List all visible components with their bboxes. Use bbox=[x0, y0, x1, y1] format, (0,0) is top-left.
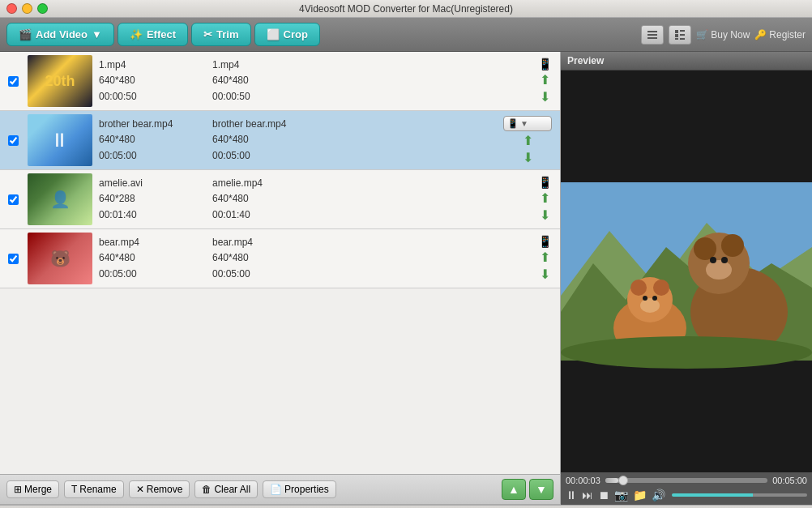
svg-rect-6 bbox=[680, 34, 685, 36]
row-2-input-res: 640*480 bbox=[99, 132, 196, 147]
svg-rect-5 bbox=[675, 34, 678, 37]
list-icon bbox=[646, 28, 659, 41]
row-3-up-icon[interactable]: ⬆ bbox=[540, 190, 550, 206]
trim-button[interactable]: ✂ Trim bbox=[191, 23, 250, 46]
step-forward-button[interactable]: ⏭ bbox=[582, 489, 593, 502]
row-2-checkbox[interactable] bbox=[5, 135, 21, 146]
close-button[interactable] bbox=[6, 3, 17, 14]
main-toolbar: 🎬 Add Video ▼ ✨ Effect ✂ Trim ⬜ Crop bbox=[0, 18, 812, 52]
volume-icon[interactable]: 🔊 bbox=[652, 489, 665, 502]
row-4-input-info: bear.mp4 640*480 00:05:00 bbox=[99, 235, 196, 282]
row-1-actions: 📱 ⬆ ⬇ bbox=[538, 58, 552, 105]
rename-button[interactable]: T Rename bbox=[64, 480, 124, 498]
row-4-up-icon[interactable]: ⬆ bbox=[540, 250, 550, 265]
person-icon: 👤 bbox=[50, 190, 71, 209]
row-3-input-name: amelie.avi bbox=[99, 176, 196, 191]
progress-track[interactable] bbox=[605, 478, 767, 483]
move-down-button[interactable]: ▼ bbox=[529, 479, 553, 500]
row-3-info: amelie.avi 640*288 00:01:40 amelie.mp4 6… bbox=[99, 176, 538, 223]
row-1-file-icons: ⬆ ⬇ bbox=[540, 72, 550, 105]
stop-button[interactable]: ⏹ bbox=[598, 489, 609, 502]
svg-point-15 bbox=[721, 234, 744, 257]
svg-point-18 bbox=[721, 257, 728, 263]
chevron-down-icon: ▼ bbox=[520, 119, 528, 128]
row-1-checkbox[interactable] bbox=[5, 76, 21, 87]
row-1-device-icon: 📱 bbox=[538, 58, 552, 70]
row-3-output-info: amelie.mp4 640*480 00:01:40 bbox=[212, 176, 310, 223]
row-1-info: 1.mp4 640*480 00:00:50 1.mp4 640*480 00:… bbox=[99, 58, 538, 105]
row-3-checkbox[interactable] bbox=[5, 194, 21, 205]
rename-icon: T bbox=[71, 484, 77, 495]
row-4-device-icon: 📱 bbox=[538, 235, 552, 248]
snapshot-button[interactable]: 📷 bbox=[614, 489, 628, 502]
row-4-input-res: 640*480 bbox=[99, 250, 196, 266]
window-controls[interactable] bbox=[6, 3, 48, 14]
row-2-device-icon: 📱 bbox=[507, 118, 519, 129]
list-view-button[interactable] bbox=[641, 25, 664, 45]
detail-view-button[interactable] bbox=[669, 25, 691, 45]
detail-icon bbox=[673, 28, 686, 41]
row-2-output-dur: 00:05:00 bbox=[212, 148, 310, 164]
pause-button[interactable]: ⏸ bbox=[566, 489, 577, 502]
pause-icon: ⏸ bbox=[50, 129, 70, 152]
minimize-button[interactable] bbox=[22, 3, 32, 14]
register-icon: 🔑 bbox=[754, 29, 767, 41]
row-2-output-select[interactable]: 📱 ▼ bbox=[503, 116, 552, 131]
svg-point-17 bbox=[710, 257, 716, 263]
add-video-button[interactable]: 🎬 Add Video ▼ bbox=[6, 23, 114, 46]
remove-button[interactable]: ✕ Remove bbox=[129, 480, 190, 498]
table-row[interactable]: 🐻 bear.mp4 640*480 00:05:00 bear.mp4 640… bbox=[0, 229, 560, 288]
row-2-output-res: 640*480 bbox=[212, 132, 310, 147]
toolbar-right: 🛒 Buy Now 🔑 Register bbox=[641, 25, 806, 45]
svg-point-16 bbox=[706, 260, 732, 280]
row-2-file-icons: ⬆ ⬇ bbox=[523, 133, 533, 165]
row-4-checkbox[interactable] bbox=[5, 254, 21, 264]
volume-slider[interactable] bbox=[672, 493, 807, 497]
table-row[interactable]: 👤 amelie.avi 640*288 00:01:40 amelie.mp4… bbox=[0, 170, 560, 229]
main-area: 20th 1.mp4 640*480 00:00:50 1.mp4 640*48… bbox=[0, 52, 812, 505]
row-1-up-icon[interactable]: ⬆ bbox=[540, 72, 550, 88]
row-3-file-icons: ⬆ ⬇ bbox=[540, 190, 550, 223]
table-row[interactable]: 20th 1.mp4 640*480 00:00:50 1.mp4 640*48… bbox=[0, 52, 560, 111]
table-row[interactable]: ⏸ brother bear.mp4 640*480 00:05:00 brot… bbox=[0, 111, 560, 170]
svg-point-22 bbox=[653, 280, 669, 296]
video-frame bbox=[561, 70, 812, 472]
file-bottom-toolbar: ⊞ Merge T Rename ✕ Remove 🗑 Clear All 📄 … bbox=[0, 474, 560, 505]
svg-rect-7 bbox=[675, 38, 678, 40]
title-bar: 4Videosoft MOD Converter for Mac(Unregis… bbox=[0, 0, 812, 18]
row-2-up-icon[interactable]: ⬆ bbox=[523, 133, 533, 148]
row-1-output-name: 1.mp4 bbox=[212, 58, 310, 73]
properties-button[interactable]: 📄 Properties bbox=[263, 480, 336, 498]
clear-all-button[interactable]: 🗑 Clear All bbox=[194, 480, 258, 498]
merge-icon: ⊞ bbox=[14, 484, 22, 495]
row-1-output-dur: 00:00:50 bbox=[212, 89, 310, 105]
row-4-down-icon[interactable]: ⬇ bbox=[540, 267, 550, 282]
row-1-down-icon[interactable]: ⬇ bbox=[540, 89, 550, 105]
row-3-output-name: amelie.mp4 bbox=[212, 176, 310, 191]
row-2-down-icon[interactable]: ⬇ bbox=[523, 150, 533, 165]
merge-button[interactable]: ⊞ Merge bbox=[6, 480, 59, 498]
row-3-output-dur: 00:01:40 bbox=[212, 207, 310, 223]
progress-thumb[interactable] bbox=[618, 476, 628, 485]
row-3-input-res: 640*288 bbox=[99, 191, 196, 207]
move-up-button[interactable]: ▲ bbox=[502, 479, 526, 500]
row-4-input-dur: 00:05:00 bbox=[99, 267, 196, 282]
open-folder-preview-button[interactable]: 📁 bbox=[633, 489, 647, 502]
app-title: 4Videosoft MOD Converter for Mac(Unregis… bbox=[299, 3, 513, 15]
row-1-input-dur: 00:00:50 bbox=[99, 89, 196, 105]
row-1-input-res: 640*480 bbox=[99, 73, 196, 88]
register-button[interactable]: 🔑 Register bbox=[754, 29, 806, 41]
file-table: 20th 1.mp4 640*480 00:00:50 1.mp4 640*48… bbox=[0, 52, 560, 474]
preview-controls: 00:00:03 00:05:00 ⏸ ⏭ ⏹ 📷 📁 🔊 bbox=[561, 472, 812, 505]
row-1-input-info: 1.mp4 640*480 00:00:50 bbox=[99, 58, 196, 105]
crop-button[interactable]: ⬜ Crop bbox=[254, 23, 320, 46]
svg-rect-4 bbox=[680, 30, 685, 32]
time-bar: 00:00:03 00:05:00 bbox=[566, 476, 807, 485]
add-video-dropdown-arrow[interactable]: ▼ bbox=[92, 28, 102, 41]
row-4-output-info: bear.mp4 640*480 00:05:00 bbox=[212, 235, 310, 282]
row-4-output-name: bear.mp4 bbox=[212, 235, 310, 250]
row-3-down-icon[interactable]: ⬇ bbox=[540, 207, 550, 223]
effect-button[interactable]: ✨ Effect bbox=[118, 23, 188, 46]
buy-now-button[interactable]: 🛒 Buy Now bbox=[696, 29, 750, 41]
maximize-button[interactable] bbox=[37, 3, 48, 14]
